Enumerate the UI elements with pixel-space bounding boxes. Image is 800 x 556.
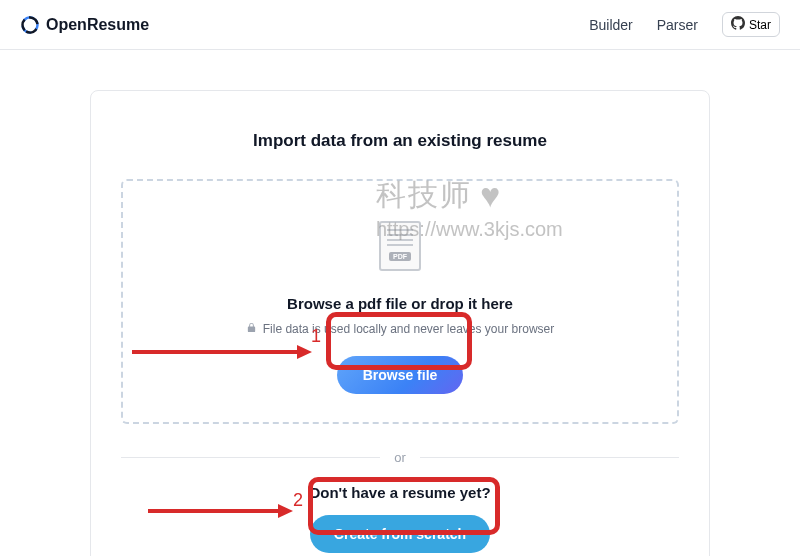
main: Import data from an existing resume PDF … [0, 50, 800, 556]
logo-icon [20, 15, 40, 35]
star-label: Star [749, 18, 771, 32]
scratch-title: Don't have a resume yet? [121, 484, 679, 501]
file-dropzone[interactable]: PDF Browse a pdf file or drop it here Fi… [121, 179, 679, 424]
pdf-file-icon: PDF [379, 221, 421, 271]
nav: Builder Parser Star [589, 12, 780, 37]
nav-parser[interactable]: Parser [657, 17, 698, 33]
brand-text: OpenResume [46, 16, 149, 34]
import-title: Import data from an existing resume [121, 131, 679, 151]
github-star-button[interactable]: Star [722, 12, 780, 37]
divider: or [121, 448, 679, 466]
github-icon [731, 16, 745, 33]
browse-file-button[interactable]: Browse file [337, 356, 464, 394]
dropzone-title: Browse a pdf file or drop it here [153, 295, 647, 312]
header: OpenResume Builder Parser Star [0, 0, 800, 50]
lock-icon [246, 322, 257, 336]
nav-builder[interactable]: Builder [589, 17, 633, 33]
privacy-note: File data is used locally and never leav… [153, 322, 647, 336]
create-from-scratch-button[interactable]: Create from scratch [310, 515, 490, 553]
logo[interactable]: OpenResume [20, 15, 149, 35]
card: Import data from an existing resume PDF … [90, 90, 710, 556]
